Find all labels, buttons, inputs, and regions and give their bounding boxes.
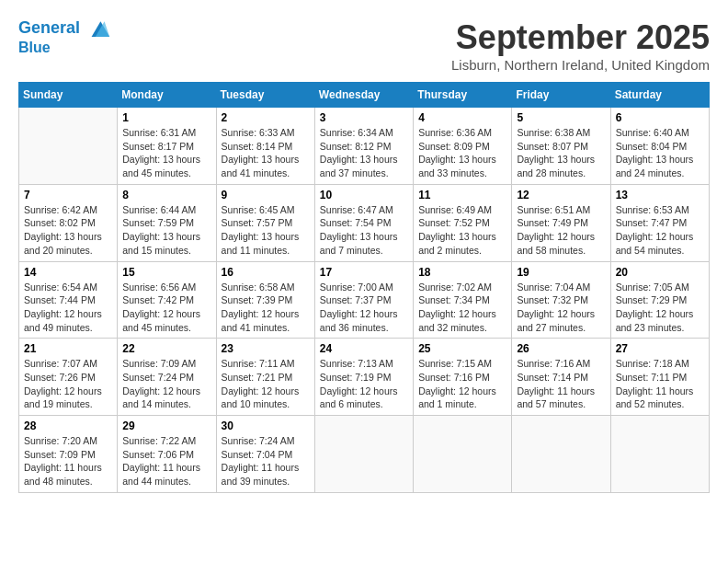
calendar-cell: 5Sunrise: 6:38 AM Sunset: 8:07 PM Daylig…	[512, 108, 610, 185]
logo-text: General	[18, 18, 112, 39]
calendar-cell: 25Sunrise: 7:15 AM Sunset: 7:16 PM Dayli…	[414, 339, 512, 416]
day-info: Sunrise: 6:53 AM Sunset: 7:47 PM Dayligh…	[616, 203, 704, 258]
day-number: 18	[418, 266, 506, 279]
calendar-cell: 1Sunrise: 6:31 AM Sunset: 8:17 PM Daylig…	[118, 108, 216, 185]
weekday-header-monday: Monday	[118, 83, 216, 108]
calendar-week-2: 7Sunrise: 6:42 AM Sunset: 8:02 PM Daylig…	[19, 184, 710, 261]
calendar-week-4: 21Sunrise: 7:07 AM Sunset: 7:26 PM Dayli…	[19, 339, 710, 416]
logo-line2: Blue	[18, 39, 112, 57]
weekday-header-friday: Friday	[512, 83, 610, 108]
calendar-cell: 24Sunrise: 7:13 AM Sunset: 7:19 PM Dayli…	[314, 339, 413, 416]
day-number: 26	[517, 342, 605, 355]
calendar-cell: 16Sunrise: 6:58 AM Sunset: 7:39 PM Dayli…	[216, 261, 314, 339]
calendar-cell: 3Sunrise: 6:34 AM Sunset: 8:12 PM Daylig…	[314, 108, 413, 185]
page-header: General Blue September 2025 Lisburn, Nor…	[18, 18, 710, 73]
calendar-cell: 4Sunrise: 6:36 AM Sunset: 8:09 PM Daylig…	[414, 108, 512, 185]
weekday-header-sunday: Sunday	[19, 83, 118, 108]
calendar-cell: 27Sunrise: 7:18 AM Sunset: 7:11 PM Dayli…	[610, 339, 709, 416]
day-info: Sunrise: 6:47 AM Sunset: 7:54 PM Dayligh…	[320, 203, 408, 258]
day-info: Sunrise: 6:31 AM Sunset: 8:17 PM Dayligh…	[122, 126, 210, 180]
day-number: 15	[122, 266, 210, 279]
calendar-cell: 22Sunrise: 7:09 AM Sunset: 7:24 PM Dayli…	[118, 339, 216, 416]
day-number: 30	[222, 419, 310, 432]
day-info: Sunrise: 7:00 AM Sunset: 7:37 PM Dayligh…	[320, 281, 408, 335]
calendar-cell: 13Sunrise: 6:53 AM Sunset: 7:47 PM Dayli…	[610, 184, 709, 261]
calendar-cell: 10Sunrise: 6:47 AM Sunset: 7:54 PM Dayli…	[314, 184, 413, 261]
day-number: 25	[418, 342, 506, 355]
calendar-cell: 7Sunrise: 6:42 AM Sunset: 8:02 PM Daylig…	[19, 184, 118, 261]
day-info: Sunrise: 6:36 AM Sunset: 8:09 PM Dayligh…	[418, 126, 506, 180]
calendar-week-3: 14Sunrise: 6:54 AM Sunset: 7:44 PM Dayli…	[19, 261, 710, 339]
day-number: 22	[122, 342, 210, 355]
day-number: 1	[122, 111, 210, 124]
day-info: Sunrise: 7:05 AM Sunset: 7:29 PM Dayligh…	[616, 281, 704, 335]
day-number: 2	[222, 111, 310, 124]
day-number: 3	[320, 111, 408, 124]
calendar-cell	[512, 416, 610, 493]
day-number: 8	[122, 189, 210, 201]
day-number: 7	[24, 189, 112, 201]
calendar-body: 1Sunrise: 6:31 AM Sunset: 8:17 PM Daylig…	[19, 108, 710, 493]
day-info: Sunrise: 7:16 AM Sunset: 7:14 PM Dayligh…	[517, 357, 605, 411]
day-number: 13	[616, 189, 704, 201]
calendar-cell: 14Sunrise: 6:54 AM Sunset: 7:44 PM Dayli…	[19, 261, 118, 339]
calendar-cell: 20Sunrise: 7:05 AM Sunset: 7:29 PM Dayli…	[610, 261, 709, 339]
day-number: 24	[320, 342, 408, 355]
calendar-cell: 29Sunrise: 7:22 AM Sunset: 7:06 PM Dayli…	[118, 416, 216, 493]
day-number: 9	[222, 189, 310, 201]
weekday-header-thursday: Thursday	[414, 83, 512, 108]
day-info: Sunrise: 6:34 AM Sunset: 8:12 PM Dayligh…	[320, 126, 408, 180]
day-number: 27	[616, 342, 704, 355]
day-info: Sunrise: 7:22 AM Sunset: 7:06 PM Dayligh…	[122, 434, 210, 488]
day-number: 28	[24, 419, 112, 432]
calendar-cell: 12Sunrise: 6:51 AM Sunset: 7:49 PM Dayli…	[512, 184, 610, 261]
day-info: Sunrise: 6:54 AM Sunset: 7:44 PM Dayligh…	[24, 281, 112, 335]
day-info: Sunrise: 7:11 AM Sunset: 7:21 PM Dayligh…	[222, 357, 310, 411]
day-info: Sunrise: 6:51 AM Sunset: 7:49 PM Dayligh…	[517, 203, 605, 258]
logo: General Blue	[18, 18, 112, 57]
day-info: Sunrise: 6:44 AM Sunset: 7:59 PM Dayligh…	[122, 203, 210, 258]
day-info: Sunrise: 7:15 AM Sunset: 7:16 PM Dayligh…	[418, 357, 506, 411]
month-title: September 2025	[451, 18, 710, 57]
day-info: Sunrise: 6:49 AM Sunset: 7:52 PM Dayligh…	[418, 203, 506, 258]
calendar-cell: 19Sunrise: 7:04 AM Sunset: 7:32 PM Dayli…	[512, 261, 610, 339]
day-info: Sunrise: 7:02 AM Sunset: 7:34 PM Dayligh…	[418, 281, 506, 335]
day-number: 5	[517, 111, 605, 124]
day-number: 20	[616, 266, 704, 279]
calendar-cell: 30Sunrise: 7:24 AM Sunset: 7:04 PM Dayli…	[216, 416, 314, 493]
day-info: Sunrise: 6:38 AM Sunset: 8:07 PM Dayligh…	[517, 126, 605, 180]
day-number: 12	[517, 189, 605, 201]
calendar-table: SundayMondayTuesdayWednesdayThursdayFrid…	[18, 82, 710, 493]
day-info: Sunrise: 6:42 AM Sunset: 8:02 PM Dayligh…	[24, 203, 112, 258]
day-info: Sunrise: 7:13 AM Sunset: 7:19 PM Dayligh…	[320, 357, 408, 411]
calendar-cell: 8Sunrise: 6:44 AM Sunset: 7:59 PM Daylig…	[118, 184, 216, 261]
calendar-cell: 26Sunrise: 7:16 AM Sunset: 7:14 PM Dayli…	[512, 339, 610, 416]
calendar-cell: 11Sunrise: 6:49 AM Sunset: 7:52 PM Dayli…	[414, 184, 512, 261]
day-info: Sunrise: 6:56 AM Sunset: 7:42 PM Dayligh…	[122, 281, 210, 335]
calendar-header-row: SundayMondayTuesdayWednesdayThursdayFrid…	[19, 83, 710, 108]
day-info: Sunrise: 7:20 AM Sunset: 7:09 PM Dayligh…	[24, 434, 112, 488]
weekday-header-wednesday: Wednesday	[314, 83, 413, 108]
day-info: Sunrise: 7:09 AM Sunset: 7:24 PM Dayligh…	[122, 357, 210, 411]
title-block: September 2025 Lisburn, Northern Ireland…	[451, 18, 710, 73]
weekday-header-saturday: Saturday	[610, 83, 709, 108]
day-number: 4	[418, 111, 506, 124]
calendar-cell: 21Sunrise: 7:07 AM Sunset: 7:26 PM Dayli…	[19, 339, 118, 416]
calendar-week-5: 28Sunrise: 7:20 AM Sunset: 7:09 PM Dayli…	[19, 416, 710, 493]
location: Lisburn, Northern Ireland, United Kingdo…	[451, 57, 710, 73]
calendar-cell: 2Sunrise: 6:33 AM Sunset: 8:14 PM Daylig…	[216, 108, 314, 185]
day-number: 29	[122, 419, 210, 432]
weekday-header-tuesday: Tuesday	[216, 83, 314, 108]
calendar-cell	[414, 416, 512, 493]
day-info: Sunrise: 6:58 AM Sunset: 7:39 PM Dayligh…	[222, 281, 310, 335]
day-info: Sunrise: 7:18 AM Sunset: 7:11 PM Dayligh…	[616, 357, 704, 411]
calendar-cell: 23Sunrise: 7:11 AM Sunset: 7:21 PM Dayli…	[216, 339, 314, 416]
day-number: 16	[222, 266, 310, 279]
day-info: Sunrise: 6:33 AM Sunset: 8:14 PM Dayligh…	[222, 126, 310, 180]
calendar-cell: 18Sunrise: 7:02 AM Sunset: 7:34 PM Dayli…	[414, 261, 512, 339]
day-number: 6	[616, 111, 704, 124]
day-number: 10	[320, 189, 408, 201]
calendar-week-1: 1Sunrise: 6:31 AM Sunset: 8:17 PM Daylig…	[19, 108, 710, 185]
calendar-cell: 6Sunrise: 6:40 AM Sunset: 8:04 PM Daylig…	[610, 108, 709, 185]
day-info: Sunrise: 6:40 AM Sunset: 8:04 PM Dayligh…	[616, 126, 704, 180]
